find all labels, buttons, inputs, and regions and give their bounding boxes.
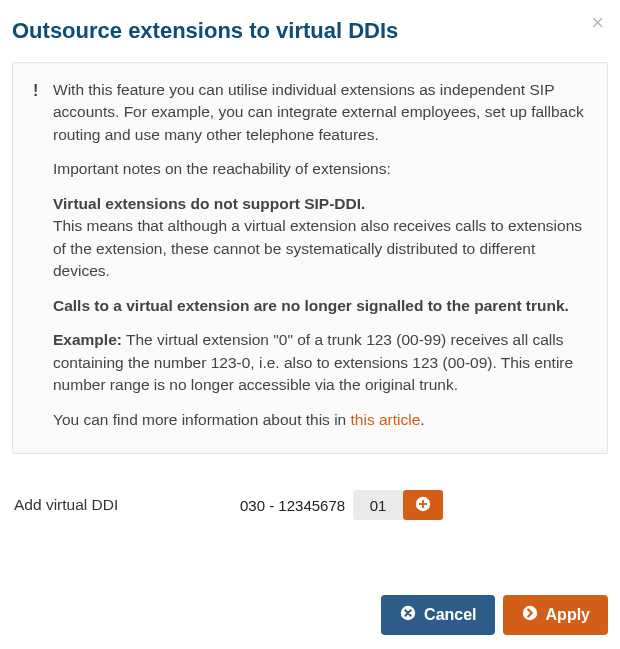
cancel-button[interactable]: Cancel xyxy=(381,595,494,635)
number-prefix: 030 - 12345678 xyxy=(240,497,345,514)
add-virtual-ddi-row: Add virtual DDI 030 - 12345678 xyxy=(12,484,608,526)
apply-button-label: Apply xyxy=(546,606,590,624)
info-example: Example: The virtual extension "0" of a … xyxy=(53,329,589,396)
add-button[interactable] xyxy=(403,490,443,520)
info-more-suffix: . xyxy=(420,411,424,428)
apply-button[interactable]: Apply xyxy=(503,595,608,635)
info-box: ! With this feature you can utilise indi… xyxy=(12,62,608,454)
info-no-sip-ddi-detail: This means that although a virtual exten… xyxy=(53,217,582,279)
info-more-prefix: You can find more information about this… xyxy=(53,411,351,428)
info-no-parent-signal: Calls to a virtual extension are no long… xyxy=(53,295,589,317)
close-icon[interactable]: × xyxy=(591,12,604,34)
info-example-label: Example: xyxy=(53,331,122,348)
arrow-circle-icon xyxy=(521,604,539,626)
cancel-button-label: Cancel xyxy=(424,606,476,624)
svg-point-4 xyxy=(522,606,536,620)
modal-title: Outsource extensions to virtual DDIs xyxy=(12,18,608,44)
info-intro: With this feature you can utilise indivi… xyxy=(53,79,589,146)
add-virtual-ddi-label: Add virtual DDI xyxy=(14,496,214,514)
dialog-footer: Cancel Apply xyxy=(381,595,608,635)
extension-input[interactable] xyxy=(353,490,403,520)
svg-rect-2 xyxy=(419,503,427,505)
info-article-link[interactable]: this article xyxy=(351,411,421,428)
info-no-sip-ddi: Virtual extensions do not support SIP-DD… xyxy=(53,193,589,283)
close-circle-icon xyxy=(399,604,417,626)
warning-icon: ! xyxy=(33,79,38,102)
info-notes-heading: Important notes on the reachability of e… xyxy=(53,158,589,180)
info-more: You can find more information about this… xyxy=(53,409,589,431)
plus-circle-icon xyxy=(414,495,432,516)
info-no-sip-ddi-bold: Virtual extensions do not support SIP-DD… xyxy=(53,195,365,212)
info-example-text: The virtual extension "0" of a trunk 123… xyxy=(53,331,573,393)
